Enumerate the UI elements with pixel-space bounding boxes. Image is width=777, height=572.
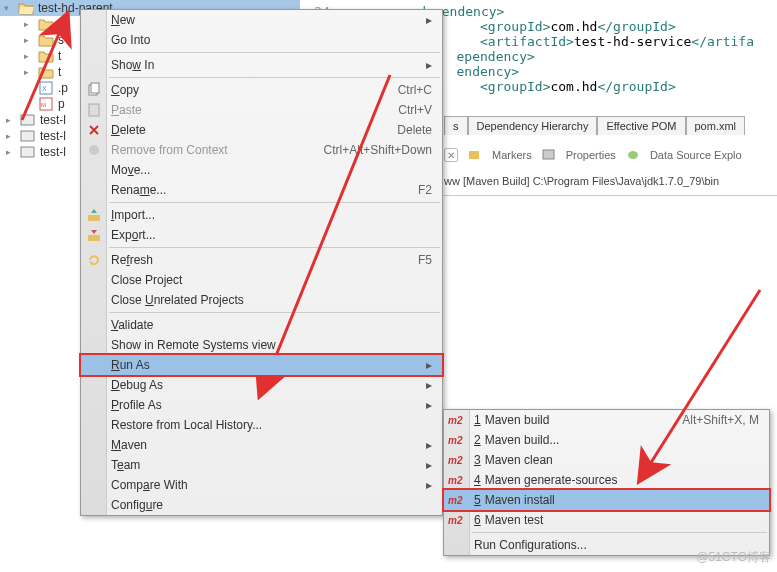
menu-show-in[interactable]: Show In▸ [81, 55, 442, 75]
datasource-icon [626, 149, 640, 161]
menu-export[interactable]: Export... [81, 225, 442, 245]
menu-close-project[interactable]: Close Project [81, 270, 442, 290]
m2-icon: m2 [448, 515, 462, 526]
folder-icon [38, 17, 54, 31]
menu-run-as[interactable]: Run As▸ [79, 353, 444, 377]
menu-configure[interactable]: Configure [81, 495, 442, 515]
menu-refresh[interactable]: RefreshF5 [81, 250, 442, 270]
view-markers[interactable]: Markers [492, 149, 532, 161]
xml-file-icon: X [38, 81, 54, 95]
submenu-maven-build-config[interactable]: m22Maven build... [444, 430, 769, 450]
copy-icon [86, 82, 102, 98]
menu-restore-history[interactable]: Restore from Local History... [81, 415, 442, 435]
menu-debug-as[interactable]: Debug As▸ [81, 375, 442, 395]
menu-maven[interactable]: Maven▸ [81, 435, 442, 455]
menu-copy[interactable]: CopyCtrl+C [81, 80, 442, 100]
svg-text:M: M [41, 102, 46, 108]
svg-text:X: X [42, 85, 47, 92]
svg-rect-5 [21, 131, 34, 141]
view-properties[interactable]: Properties [566, 149, 616, 161]
watermark: @51CTO博客 [696, 549, 771, 566]
project-icon [20, 113, 36, 127]
editor-blank [444, 195, 777, 395]
menu-move[interactable]: Move... [81, 160, 442, 180]
submenu-maven-install[interactable]: m25Maven install [442, 488, 771, 512]
run-as-submenu: m21Maven buildAlt+Shift+X, M m22Maven bu… [443, 409, 770, 556]
m2-icon: m2 [448, 475, 462, 486]
svg-rect-6 [21, 147, 34, 157]
menu-compare-with[interactable]: Compare With▸ [81, 475, 442, 495]
svg-rect-7 [469, 151, 479, 159]
views-row: ✕ Markers Properties Data Source Explo [444, 148, 742, 162]
menu-close-unrelated[interactable]: Close Unrelated Projects [81, 290, 442, 310]
editor-tabs: s Dependency Hierarchy Effective POM pom… [444, 116, 745, 135]
delete-icon [86, 122, 102, 138]
svg-point-13 [89, 145, 99, 155]
menu-team[interactable]: Team▸ [81, 455, 442, 475]
expand-icon[interactable]: ▾ [4, 3, 14, 13]
import-icon [86, 207, 102, 223]
svg-rect-12 [89, 104, 99, 116]
menu-remove-context: Remove from ContextCtrl+Alt+Shift+Down [81, 140, 442, 160]
folder-icon [38, 33, 54, 47]
menu-show-remote[interactable]: Show in Remote Systems view [81, 335, 442, 355]
submenu-maven-generate-sources[interactable]: m24Maven generate-sources [444, 470, 769, 490]
properties-icon [542, 149, 556, 161]
refresh-icon [86, 252, 102, 268]
m2-icon: m2 [448, 495, 462, 506]
menu-import[interactable]: Import... [81, 205, 442, 225]
folder-icon [38, 65, 54, 79]
menu-paste: PasteCtrl+V [81, 100, 442, 120]
export-icon [86, 227, 102, 243]
svg-rect-11 [91, 83, 99, 93]
menu-rename[interactable]: Rename...F2 [81, 180, 442, 200]
menu-go-into[interactable]: Go Into [81, 30, 442, 50]
submenu-maven-test[interactable]: m26Maven test [444, 510, 769, 530]
menu-new[interactable]: New▸ [81, 10, 442, 30]
menu-delete[interactable]: DeleteDelete [81, 120, 442, 140]
tab-pom-xml[interactable]: pom.xml [686, 116, 746, 135]
project-icon [20, 145, 36, 159]
submenu-maven-build[interactable]: m21Maven buildAlt+Shift+X, M [444, 410, 769, 430]
tab[interactable]: s [444, 116, 468, 135]
menu-validate[interactable]: Validate [81, 315, 442, 335]
tab-dependency-hierarchy[interactable]: Dependency Hierarchy [468, 116, 598, 135]
context-menu: New▸ Go Into Show In▸ CopyCtrl+C PasteCt… [80, 9, 443, 516]
svg-rect-4 [21, 115, 34, 125]
close-icon[interactable]: ✕ [444, 148, 458, 162]
project-icon [20, 129, 36, 143]
paste-icon [86, 102, 102, 118]
m2-icon: m2 [448, 435, 462, 446]
m2-icon: m2 [448, 415, 462, 426]
tab-effective-pom[interactable]: Effective POM [597, 116, 685, 135]
menu-profile-as[interactable]: Profile As▸ [81, 395, 442, 415]
remove-icon [86, 142, 102, 158]
folder-open-icon [18, 1, 34, 15]
svg-rect-8 [543, 150, 554, 159]
view-data-source[interactable]: Data Source Explo [650, 149, 742, 161]
m2-icon: m2 [448, 455, 462, 466]
submenu-maven-clean[interactable]: m23Maven clean [444, 450, 769, 470]
svg-point-9 [628, 151, 638, 159]
m2-file-icon: M [38, 97, 54, 111]
folder-icon [38, 49, 54, 63]
markers-icon [468, 149, 482, 161]
console-text: ww [Maven Build] C:\Program Files\Java\j… [444, 175, 719, 187]
